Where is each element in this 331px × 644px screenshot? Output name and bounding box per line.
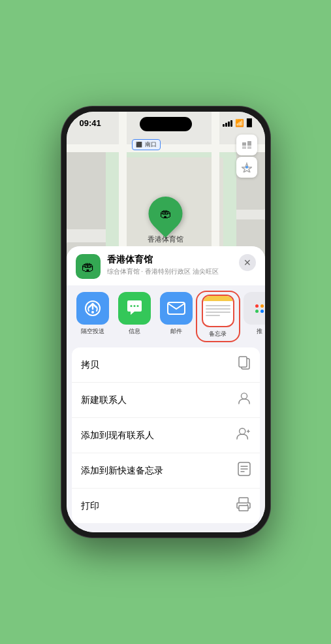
venue-icon: 🏟 [76,254,101,279]
share-row: 隔空投送 信息 [67,285,265,345]
action-copy[interactable]: 拷贝 [72,347,260,383]
close-button[interactable]: ✕ [239,254,256,271]
phone-frame: 09:41 📶 ▉ [61,106,270,538]
action-add-existing[interactable]: 添加到现有联系人 [72,418,260,453]
copy-icon [238,356,251,374]
add-existing-label: 添加到现有联系人 [81,430,154,442]
svg-point-8 [133,305,135,307]
notes-label: 备忘录 [209,330,227,338]
svg-rect-18 [239,506,248,511]
signal-icon [223,120,232,127]
map-type-button[interactable] [236,135,257,155]
location-pin: 🏟 香港体育馆 [148,197,183,244]
svg-rect-1 [247,141,251,146]
map-south-entrance-label: ⬛ 南口 [132,139,161,150]
status-time: 09:41 [80,118,101,128]
svg-point-13 [241,393,247,399]
new-contact-label: 新建联系人 [81,394,127,406]
mail-label: 邮件 [170,327,182,336]
person-add-icon [236,427,251,444]
action-new-contact[interactable]: 新建联系人 [72,383,260,418]
share-notes[interactable]: 备忘录 [197,292,239,341]
venue-name: 香港体育馆 [107,254,232,266]
venue-card: 🏟 香港体育馆 综合体育馆 · 香港特别行政区 油尖旺区 ✕ [67,246,265,285]
svg-rect-12 [239,357,247,367]
svg-rect-3 [247,146,251,149]
battery-icon: ▉ [247,119,252,127]
location-button[interactable] [236,157,257,178]
svg-point-4 [245,166,248,169]
dynamic-island [140,117,192,131]
action-print[interactable]: 打印 [72,489,260,523]
airdrop-label: 隔空投送 [81,327,104,336]
phone-screen: 09:41 📶 ▉ [67,112,265,532]
note-icon [238,462,251,479]
printer-icon [236,497,251,515]
share-mail[interactable]: 邮件 [155,292,197,341]
copy-label: 拷贝 [81,359,99,371]
messages-label: 信息 [129,327,140,336]
airdrop-icon [76,292,109,325]
venue-description: 综合体育馆 · 香港特别行政区 油尖旺区 [107,267,232,276]
action-add-note[interactable]: 添加到新快速备忘录 [72,453,260,489]
more-label: 推 [257,327,262,336]
messages-icon [118,292,151,325]
action-list: 拷贝 新建联系人 [72,347,260,523]
mail-icon [160,292,193,325]
svg-point-9 [136,305,138,307]
svg-rect-2 [242,146,246,149]
share-messages[interactable]: 信息 [114,292,155,341]
print-label: 打印 [81,500,99,512]
svg-rect-0 [242,142,246,146]
share-more[interactable]: 推 [239,292,265,341]
more-icon [244,292,265,325]
add-note-label: 添加到新快速备忘录 [81,465,163,477]
notes-icon [202,295,234,327]
share-airdrop[interactable]: 隔空投送 [72,292,114,341]
svg-point-14 [239,428,245,434]
venue-info: 香港体育馆 综合体育馆 · 香港特别行政区 油尖旺区 [107,254,232,276]
svg-point-6 [91,311,94,314]
svg-point-7 [130,305,132,307]
pin-marker: 🏟 [142,189,190,238]
bottom-sheet: 🏟 香港体育馆 综合体育馆 · 香港特别行政区 油尖旺区 ✕ [67,246,265,532]
wifi-icon: 📶 [235,119,244,127]
map-controls [236,135,257,178]
status-icons: 📶 ▉ [223,119,252,127]
person-icon [238,391,251,409]
svg-rect-17 [239,498,248,503]
svg-point-19 [247,504,248,506]
